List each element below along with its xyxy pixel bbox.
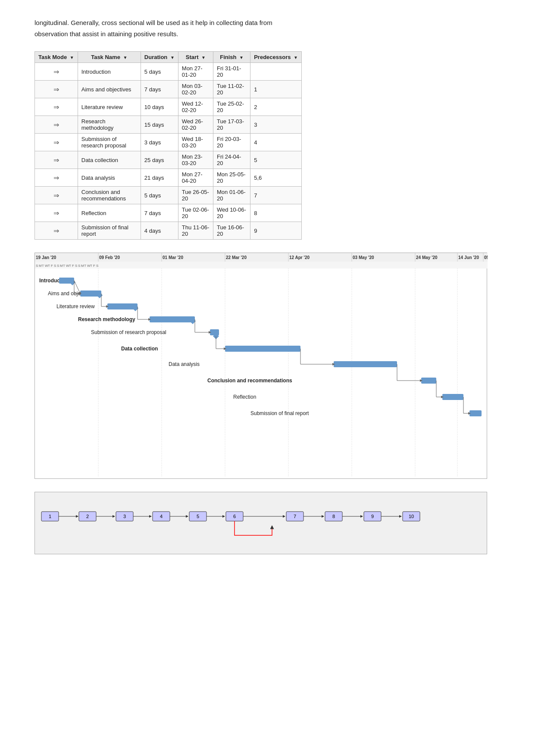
col-header-name[interactable]: Task Name ▼ <box>78 52 141 63</box>
table-row: ⇒ Introduction 5 days Mon 27-01-20 Fri 3… <box>35 63 302 81</box>
svg-text:03 May '20: 03 May '20 <box>353 255 374 260</box>
task-pred-cell: 4 <box>250 134 302 151</box>
task-duration-cell: 25 days <box>141 151 178 169</box>
task-finish-cell: Wed 10-06-20 <box>213 204 250 222</box>
task-mode-icon: ⇒ <box>53 68 59 76</box>
svg-text:T: T <box>48 264 50 268</box>
svg-text:T: T <box>42 264 44 268</box>
task-mode-cell: ⇒ <box>35 81 78 98</box>
intro-paragraph: longitudinal. Generally, cross sectional… <box>34 17 501 39</box>
task-mode-cell: ⇒ <box>35 169 78 187</box>
col-header-start[interactable]: Start ▼ <box>178 52 213 63</box>
table-row: ⇒ Data analysis 21 days Mon 27-04-20 Mon… <box>35 169 302 187</box>
task-mode-icon: ⇒ <box>53 138 59 147</box>
svg-rect-70 <box>442 394 463 400</box>
task-start-cell: Mon 03-02-20 <box>178 81 213 98</box>
svg-text:9: 9 <box>371 514 374 519</box>
svg-rect-61 <box>210 329 219 335</box>
task-mode-icon: ⇒ <box>53 156 59 164</box>
task-pred-cell <box>250 63 302 81</box>
svg-text:Reflection: Reflection <box>233 394 256 400</box>
svg-text:1: 1 <box>49 514 51 519</box>
table-row: ⇒ Conclusion and recommendations 5 days … <box>35 187 302 204</box>
network-svg: 1 2 3 4 5 6 7 <box>39 497 479 548</box>
task-start-cell: Thu 11-06-20 <box>178 222 213 240</box>
task-mode-cell: ⇒ <box>35 98 78 116</box>
svg-text:2: 2 <box>86 514 89 519</box>
svg-text:3: 3 <box>123 514 126 519</box>
svg-text:S: S <box>54 264 56 268</box>
task-name-cell: Literature review <box>78 98 141 116</box>
task-start-cell: Mon 23-03-20 <box>178 151 213 169</box>
svg-rect-58 <box>150 316 195 322</box>
task-duration-cell: 5 days <box>141 187 178 204</box>
task-duration-cell: 4 days <box>141 222 178 240</box>
col-header-duration[interactable]: Duration ▼ <box>141 52 178 63</box>
task-finish-cell: Tue 11-02-20 <box>213 81 250 98</box>
svg-text:8: 8 <box>332 514 335 519</box>
svg-text:S: S <box>36 264 38 268</box>
svg-text:S: S <box>57 264 59 268</box>
task-duration-cell: 10 days <box>141 98 178 116</box>
table-row: ⇒ Submission of research proposal 3 days… <box>35 134 302 151</box>
task-mode-icon: ⇒ <box>53 209 59 217</box>
task-name-cell: Conclusion and recommendations <box>78 187 141 204</box>
svg-text:T: T <box>84 264 86 268</box>
svg-text:09 Feb '20: 09 Feb '20 <box>99 255 120 260</box>
svg-rect-72 <box>469 410 482 416</box>
svg-text:10: 10 <box>409 514 414 519</box>
svg-text:14 Jun '20: 14 Jun '20 <box>458 255 479 260</box>
svg-text:Research methodology: Research methodology <box>78 316 135 322</box>
task-name-cell: Submission of research proposal <box>78 134 141 151</box>
svg-text:M: M <box>60 264 63 268</box>
task-mode-cell: ⇒ <box>35 204 78 222</box>
task-name-cell: Data collection <box>78 151 141 169</box>
task-pred-cell: 2 <box>250 98 302 116</box>
task-finish-cell: Tue 17-03-20 <box>213 116 250 134</box>
col-header-mode[interactable]: Task Mode ▼ <box>35 52 78 63</box>
task-duration-cell: 3 days <box>141 134 178 151</box>
svg-text:S: S <box>75 264 77 268</box>
svg-rect-66 <box>334 361 397 367</box>
task-duration-cell: 7 days <box>141 81 178 98</box>
svg-text:4: 4 <box>160 514 163 519</box>
task-start-cell: Tue 02-06-20 <box>178 204 213 222</box>
svg-text:T: T <box>63 264 65 268</box>
table-row: ⇒ Research methodology 15 days Wed 26-02… <box>35 116 302 134</box>
table-row: ⇒ Literature review 10 days Wed 12-02-20… <box>35 98 302 116</box>
svg-text:05: 05 <box>484 255 488 260</box>
network-diagram-container: 1 2 3 4 5 6 7 <box>34 492 487 554</box>
task-finish-cell: Tue 16-06-20 <box>213 222 250 240</box>
svg-text:7: 7 <box>294 514 296 519</box>
task-start-cell: Mon 27-01-20 <box>178 63 213 81</box>
task-mode-cell: ⇒ <box>35 222 78 240</box>
task-start-cell: Wed 26-02-20 <box>178 116 213 134</box>
svg-text:5: 5 <box>197 514 199 519</box>
task-pred-cell: 5,6 <box>250 169 302 187</box>
col-header-finish[interactable]: Finish ▼ <box>213 52 250 63</box>
svg-text:T: T <box>69 264 71 268</box>
col-header-predecessors[interactable]: Predecessors ▼ <box>250 52 302 63</box>
svg-text:Literature review: Literature review <box>56 303 95 309</box>
table-row: ⇒ Submission of final report 4 days Thu … <box>35 222 302 240</box>
svg-text:22 Mar '20: 22 Mar '20 <box>226 255 247 260</box>
task-name-cell: Data analysis <box>78 169 141 187</box>
task-mode-cell: ⇒ <box>35 134 78 151</box>
task-mode-icon: ⇒ <box>53 103 59 111</box>
task-pred-cell: 1 <box>250 81 302 98</box>
svg-text:6: 6 <box>233 514 236 519</box>
svg-text:T: T <box>90 264 92 268</box>
svg-text:S: S <box>78 264 80 268</box>
task-finish-cell: Mon 25-05-20 <box>213 169 250 187</box>
svg-rect-64 <box>225 346 300 352</box>
task-finish-cell: Fri 31-01-20 <box>213 63 250 81</box>
task-duration-cell: 21 days <box>141 169 178 187</box>
task-mode-icon: ⇒ <box>53 85 59 94</box>
task-pred-cell: 8 <box>250 204 302 222</box>
task-mode-icon: ⇒ <box>53 191 59 200</box>
task-mode-cell: ⇒ <box>35 63 78 81</box>
svg-text:M: M <box>39 264 42 268</box>
task-finish-cell: Fri 20-03-20 <box>213 134 250 151</box>
task-mode-icon: ⇒ <box>53 174 59 182</box>
svg-text:F: F <box>51 264 53 268</box>
